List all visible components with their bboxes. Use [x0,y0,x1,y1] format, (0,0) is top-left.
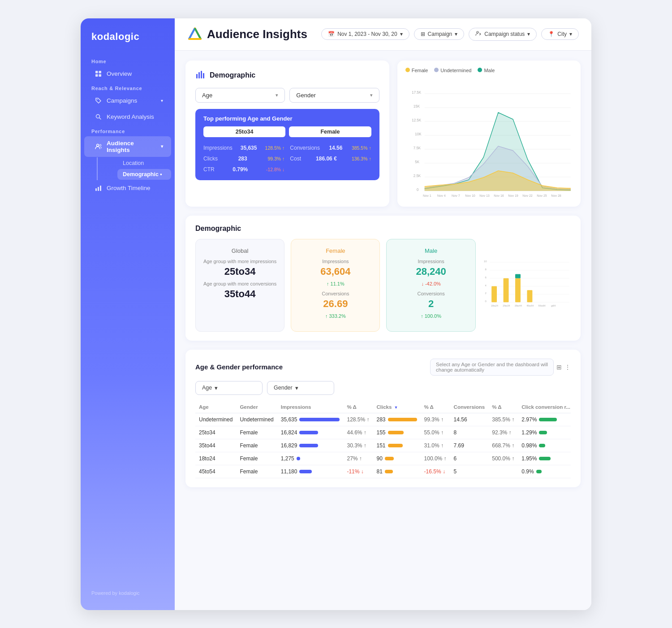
filter-campaign-label: Campaign [428,31,452,37]
tp-stats: Impressions 35,635 128.5% ↑ Conversions … [203,143,371,174]
svg-rect-10 [100,186,101,191]
filter-date-arrow: ▾ [400,31,403,37]
table-wrap: Age Gender Impressions % Δ Clicks ▼ % Δ … [195,401,571,478]
col-conversions: Conversions [450,401,489,413]
col-ccr: Click conversion r... [518,401,571,413]
svg-line-14 [195,28,201,39]
filter-date[interactable]: 📅 Nov 1, 2023 - Nov 30, 20 ▾ [321,28,409,40]
page-title: Audience Insights [207,27,307,41]
top-performer-pills: 25to34 Female [203,126,371,137]
demo-female-imp-label: Impressions [298,259,372,264]
demo-male-imp-label: Impressions [394,259,468,264]
table-row[interactable]: Undetermined Undetermined 35,635 128.5% … [195,413,571,426]
svg-text:Nov 28: Nov 28 [551,193,561,197]
filter-campaign-arrow: ▾ [455,31,457,37]
svg-text:0: 0 [485,300,487,303]
cell-gender: Undetermined [236,413,277,426]
tp-conversions-label: Conversions [290,145,320,151]
demo-female-imp-val: 63,604 [298,266,372,277]
sidebar-sub-demographic[interactable]: Demographic • [117,169,171,180]
svg-point-7 [99,144,101,146]
area-chart-card: Female Undetermined Male 0 2.5K 5K 7.5K … [397,61,581,207]
cell-ccr: 1.95% [518,452,571,465]
svg-text:8: 8 [485,268,487,270]
tp-conversions-change: 385.5% ↑ [352,145,371,151]
filter-status[interactable]: Campaign status ▾ [469,28,537,41]
demo-male-conv-val: 2 [394,298,468,310]
table-row[interactable]: 35to44 Female 16,829 30.3% ↑ 151 31.0% ↑… [195,439,571,452]
performance-table: Age Gender Impressions % Δ Clicks ▼ % Δ … [195,401,571,478]
filter-city[interactable]: 📍 City ▾ [541,28,579,40]
gender-dropdown[interactable]: Gender ▾ [289,88,379,103]
sidebar-item-overview[interactable]: Overview [84,66,171,82]
cell-clicks: 155 [373,426,421,439]
top-section: Demographic Age ▾ Gender ▾ Top per [185,61,581,207]
cell-impressions: 1,275 [277,452,344,465]
top-performer-title: Top performing Age and Gender [203,115,371,122]
sidebar-item-growth[interactable]: Growth Timeline [84,181,171,196]
svg-text:Nov 19: Nov 19 [508,193,518,197]
svg-text:0: 0 [417,187,419,192]
cell-gender: Female [236,452,277,465]
demo-male-conv-change: ↑ 100.0% [394,313,468,319]
svg-rect-0 [95,71,98,74]
chart-icon [94,184,102,192]
svg-text:18to24: 18to24 [491,304,498,307]
filter-campaign[interactable]: ⊞ Campaign ▾ [414,28,465,40]
grid-icon [94,70,102,78]
status-icon [475,30,482,38]
age-dropdown-arrow: ▾ [276,92,278,98]
legend-female: Female [405,68,428,73]
sidebar: kodalogic Home Overview Reach & Relevanc… [81,18,175,610]
svg-point-4 [97,99,98,100]
cell-age: 35to44 [195,439,236,452]
sidebar-item-audience[interactable]: Audience Insights ▾ [84,136,171,157]
more-icon[interactable]: ⋮ [564,364,571,371]
cell-conv-pct [488,465,518,478]
table-row[interactable]: 18to24 Female 1,275 27% ↑ 90 100.0% ↑ 6 … [195,452,571,465]
svg-text:2: 2 [485,292,486,295]
svg-rect-60 [503,278,508,302]
cell-age: 45to54 [195,465,236,478]
table-row[interactable]: 25to34 Female 16,824 44.6% ↑ 155 55.0% ↑… [195,426,571,439]
svg-text:5K: 5K [415,159,419,164]
cell-age: 25to34 [195,426,236,439]
svg-text:35to44: 35to44 [514,304,521,307]
demo-male-imp-change: ↓ -42.0% [394,281,468,286]
sidebar-item-keyword-label: Keyword Analysis [107,113,154,120]
svg-rect-8 [95,188,97,191]
tp-stat-conversions: Conversions 14.56 385.5% ↑ [290,143,371,152]
tp-stat-clicks: Clicks 283 99.3% ↑ [203,154,284,163]
cell-conversions: 5 [450,465,489,478]
table-age-filter[interactable]: Age ▾ [195,381,263,395]
tp-impressions-val: 35,635 [241,145,257,151]
sidebar-item-campaigns[interactable]: Campaigns ▾ [84,93,171,108]
tag-icon [94,97,102,105]
sidebar-sub-location-label: Location [123,160,144,166]
table-row[interactable]: 45to54 Female 11,180 -11% ↓ 81 -16.5% ↓ … [195,465,571,478]
col-conv-pct: % Δ [488,401,518,413]
tp-cost-label: Cost [290,156,301,162]
svg-text:Nov 1: Nov 1 [423,193,431,197]
location-icon: 📍 [548,31,555,37]
sidebar-item-keyword[interactable]: Keyword Analysis [84,109,171,125]
bar-chart-svg: 0 2 4 6 8 10 [482,239,571,324]
col-clicks: Clicks ▼ [373,401,421,413]
export-icon[interactable]: ⊞ [556,364,562,371]
svg-rect-62 [515,274,521,278]
cell-imp-pct: -11% ↓ [343,465,373,478]
age-dropdown[interactable]: Age ▾ [195,88,285,103]
demo-male-card: Male Impressions 28,240 ↓ -42.0% Convers… [386,239,475,332]
cell-ccr: 0.9% [518,465,571,478]
search-icon [94,113,102,121]
svg-text:45to54: 45to54 [526,304,534,307]
cell-imp-pct: 27% ↑ [343,452,373,465]
table-gender-filter[interactable]: Gender ▾ [267,381,334,395]
svg-text:Nov 22: Nov 22 [522,193,532,197]
svg-rect-9 [98,187,99,191]
svg-text:Nov 4: Nov 4 [437,193,446,197]
table-section: Age & Gender performance Select any Age … [185,350,581,487]
sidebar-item-growth-label: Growth Timeline [107,185,151,191]
svg-text:6: 6 [485,276,487,278]
sidebar-sub-location[interactable]: Location [117,158,171,169]
